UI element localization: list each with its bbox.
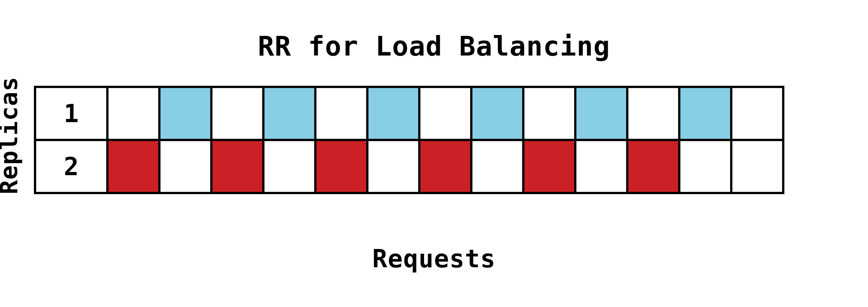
cell-r2-c10 <box>575 140 627 193</box>
cell-r1-c10 <box>575 87 627 140</box>
cell-r2-c4 <box>264 140 315 193</box>
cell-r1-c7 <box>419 87 471 140</box>
cell-r2-c9 <box>523 140 575 193</box>
cell-r2-c12 <box>679 140 731 193</box>
replica-row-2: 2 <box>35 140 783 193</box>
cell-r1-c11 <box>627 87 679 140</box>
cell-r2-c2 <box>159 140 211 193</box>
cell-r2-c1 <box>107 140 159 193</box>
cell-r2-c5 <box>315 140 367 193</box>
cell-r1-c1 <box>107 87 159 140</box>
cell-r1-c13 <box>731 87 783 140</box>
cell-r1-c4 <box>264 87 315 140</box>
schedule-grid: 1 2 <box>34 86 784 194</box>
cell-r2-c11 <box>627 140 679 193</box>
replica-row-1: 1 <box>35 87 783 140</box>
cell-r2-c8 <box>471 140 523 193</box>
row-label-2: 2 <box>35 140 107 193</box>
cell-r2-c3 <box>211 140 264 193</box>
row-label-1: 1 <box>35 87 107 140</box>
cell-r2-c7 <box>419 140 471 193</box>
cell-r1-c3 <box>211 87 264 140</box>
cell-r1-c12 <box>679 87 731 140</box>
cell-r2-c13 <box>731 140 783 193</box>
cell-r1-c9 <box>523 87 575 140</box>
cell-r2-c6 <box>367 140 419 193</box>
diagram: RR for Load Balancing Requests Replicas … <box>0 0 868 307</box>
cell-r1-c2 <box>159 87 211 140</box>
chart-title: RR for Load Balancing <box>258 31 610 62</box>
y-axis-label: Replicas <box>0 76 23 194</box>
cell-r1-c5 <box>315 87 367 140</box>
cell-r1-c8 <box>471 87 523 140</box>
x-axis-label: Requests <box>372 244 496 273</box>
cell-r1-c6 <box>367 87 419 140</box>
